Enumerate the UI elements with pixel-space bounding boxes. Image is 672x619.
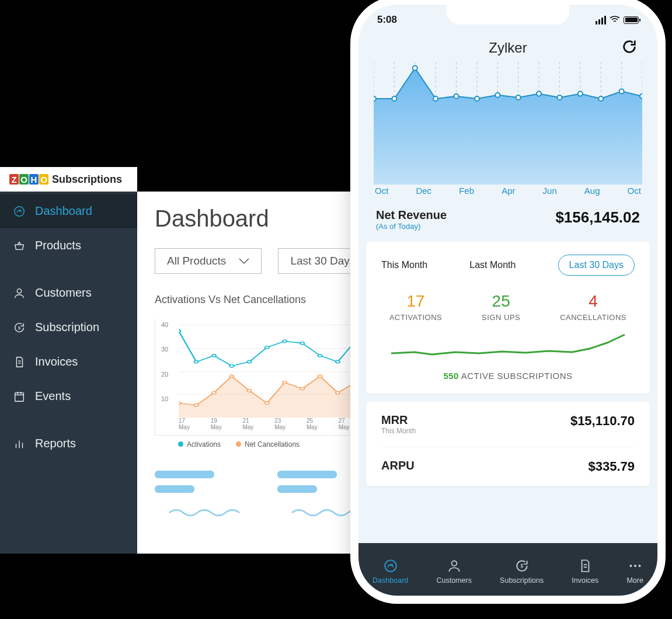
tab-invoices[interactable]: Invoices bbox=[572, 558, 598, 585]
svg-point-61 bbox=[413, 66, 417, 71]
sidebar-item-events[interactable]: Events bbox=[0, 379, 137, 413]
svg-point-63 bbox=[454, 94, 459, 99]
segment-last-30-days[interactable]: Last 30 Days bbox=[558, 255, 635, 276]
y-tick: 10 bbox=[161, 395, 168, 402]
kpi-value: 4 bbox=[560, 292, 626, 311]
kpi-value: 25 bbox=[482, 292, 520, 311]
svg-point-19 bbox=[283, 381, 287, 384]
gauge-icon bbox=[13, 205, 26, 218]
segment-this-month[interactable]: This Month bbox=[381, 260, 427, 270]
sidebar-item-subscription[interactable]: $ Subscription bbox=[0, 310, 137, 345]
subscriptions-sparkline bbox=[366, 326, 650, 371]
svg-point-66 bbox=[516, 95, 521, 100]
svg-point-67 bbox=[537, 92, 541, 96]
svg-point-18 bbox=[265, 402, 269, 405]
active-subscriptions: 550 ACTIVE SUBSCRIPTIONS bbox=[366, 371, 650, 394]
subscription-cycle-icon: $ bbox=[514, 558, 530, 573]
product-dropdown[interactable]: All Products bbox=[155, 248, 262, 274]
svg-point-65 bbox=[495, 93, 500, 98]
svg-point-22 bbox=[336, 391, 340, 394]
svg-point-75 bbox=[451, 561, 457, 566]
revenue-area-chart: OctDecFebAprJunAugOct bbox=[358, 62, 657, 201]
svg-text:$: $ bbox=[520, 563, 523, 569]
svg-point-39 bbox=[353, 340, 357, 343]
svg-point-38 bbox=[336, 360, 340, 363]
sidebar-item-dashboard[interactable]: Dashboard bbox=[0, 194, 137, 228]
phone-frame: 5:08 Zylker OctDecFebAprJunAugOct Net Re… bbox=[358, 5, 657, 596]
tab-label: Invoices bbox=[572, 576, 598, 585]
segment-last-month[interactable]: Last Month bbox=[469, 260, 516, 270]
svg-point-32 bbox=[229, 364, 234, 367]
invoice-icon bbox=[13, 356, 26, 368]
tab-dashboard[interactable]: Dashboard bbox=[372, 558, 408, 585]
chevron-down-icon bbox=[239, 258, 249, 265]
metric-value: $15,110.70 bbox=[570, 413, 635, 429]
wifi-icon bbox=[610, 16, 620, 24]
svg-point-23 bbox=[353, 381, 357, 384]
phone-tabbar: Dashboard Customers $ Subscriptions Invo… bbox=[358, 543, 657, 596]
kpi-value: 17 bbox=[389, 292, 442, 311]
svg-point-31 bbox=[212, 354, 216, 357]
tab-customers[interactable]: Customers bbox=[436, 558, 471, 585]
kpi-activations: 17 ACTIVATIONS bbox=[389, 292, 442, 322]
sidebar-label: Customers bbox=[35, 286, 92, 300]
brand-bar: ZOHO Subscriptions bbox=[0, 167, 137, 192]
metric-label: ARPU bbox=[381, 459, 415, 472]
sidebar-item-customers[interactable]: Customers bbox=[0, 276, 137, 310]
subscription-cycle-icon: $ bbox=[13, 321, 26, 334]
refresh-button[interactable] bbox=[621, 39, 638, 55]
calendar-icon bbox=[13, 390, 26, 403]
svg-point-36 bbox=[300, 342, 304, 345]
sidebar: Dashboard Products Customers $ Subscript… bbox=[0, 192, 137, 554]
brand-suffix: Subscriptions bbox=[52, 173, 122, 186]
svg-point-71 bbox=[619, 89, 624, 93]
sidebar-item-reports[interactable]: Reports bbox=[0, 426, 137, 461]
metric-value: $335.79 bbox=[588, 459, 635, 474]
tab-subscriptions[interactable]: $ Subscriptions bbox=[500, 558, 544, 585]
svg-point-34 bbox=[265, 346, 269, 349]
sidebar-label: Products bbox=[35, 239, 81, 252]
app-header: Zylker bbox=[358, 26, 657, 62]
zoho-logo-icon: ZOHO bbox=[9, 174, 48, 185]
svg-text:$: $ bbox=[18, 325, 20, 330]
svg-point-70 bbox=[598, 96, 603, 101]
subs-count: 550 bbox=[443, 371, 459, 381]
svg-point-81 bbox=[638, 565, 640, 567]
svg-point-72 bbox=[640, 94, 642, 99]
sidebar-label: Subscription bbox=[35, 321, 99, 334]
sidebar-label: Invoices bbox=[35, 355, 78, 368]
svg-point-29 bbox=[179, 329, 180, 332]
range-dropdown[interactable]: Last 30 Days bbox=[278, 248, 367, 274]
area-x-labels: OctDecFebAprJunAugOct bbox=[374, 186, 642, 196]
refresh-icon bbox=[621, 39, 638, 55]
metric-sub: This Month bbox=[381, 427, 416, 435]
svg-point-64 bbox=[475, 96, 479, 101]
sidebar-item-invoices[interactable]: Invoices bbox=[0, 345, 137, 379]
tab-label: Customers bbox=[436, 576, 471, 585]
svg-point-13 bbox=[179, 402, 180, 405]
sidebar-item-products[interactable]: Products bbox=[0, 228, 137, 263]
metrics-card: MRR This Month $15,110.70 ARPU $335.79 bbox=[365, 401, 650, 486]
legend-activations: Activations bbox=[187, 440, 221, 448]
svg-point-59 bbox=[374, 96, 376, 101]
kpi-label: CANCELLATIONS bbox=[560, 313, 626, 322]
product-dropdown-label: All Products bbox=[167, 255, 226, 267]
kpi-signups: 25 SIGN UPS bbox=[482, 292, 520, 322]
person-icon bbox=[447, 558, 462, 573]
person-icon bbox=[13, 287, 26, 300]
y-tick: 40 bbox=[161, 321, 168, 328]
y-tick: 30 bbox=[161, 346, 168, 353]
kpi-cancellations: 4 CANCELLATIONS bbox=[560, 292, 626, 322]
svg-point-60 bbox=[392, 96, 396, 101]
subs-label: ACTIVE SUBSCRIPTIONS bbox=[459, 371, 573, 381]
svg-point-79 bbox=[629, 565, 632, 567]
tab-label: Subscriptions bbox=[500, 576, 544, 585]
tab-more[interactable]: More bbox=[626, 558, 643, 585]
invoice-icon bbox=[577, 558, 593, 573]
battery-icon bbox=[624, 16, 639, 24]
y-tick: 20 bbox=[161, 371, 168, 378]
phone-notch bbox=[447, 5, 569, 25]
svg-point-21 bbox=[318, 375, 322, 378]
svg-point-37 bbox=[318, 354, 322, 357]
net-revenue-row: Net Revenue (As of Today) $156,145.02 bbox=[358, 201, 657, 241]
